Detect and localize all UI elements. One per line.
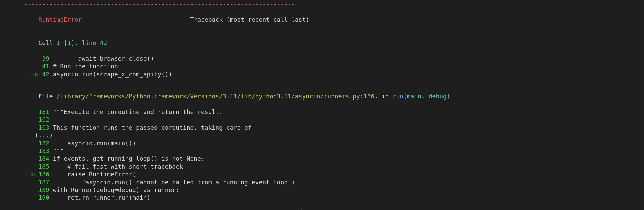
code-text: # Run the function (49, 63, 118, 70)
line-number: 39 (42, 55, 49, 62)
code-text: # fail fast with short traceback (49, 163, 183, 170)
cell-reference: In[1], line 42 (57, 39, 107, 46)
line-number: 161 (38, 108, 49, 115)
line-number: 189 (38, 186, 49, 193)
line-arrow (24, 163, 38, 170)
line-arrow: ---> (24, 71, 42, 78)
file-prefix: File (38, 93, 56, 100)
code-text: await browser.close() (49, 55, 154, 62)
line-arrow (24, 186, 38, 193)
code-text (49, 116, 53, 123)
file-func: run (392, 93, 403, 100)
line-number: 184 (38, 155, 49, 162)
code-line: (...) (24, 131, 631, 139)
code-line: 39 await browser.close() (24, 55, 631, 62)
code-line: 161 """Execute the coroutine and return … (24, 108, 631, 116)
arrow-icon (287, 208, 354, 210)
line-number: 162 (38, 116, 49, 123)
code-text: raise RuntimeError( (49, 171, 136, 178)
file-header: File /Library/Frameworks/Python.framewor… (24, 85, 631, 108)
code-line: 185 # fail fast with short traceback (24, 163, 631, 170)
code-line: 189 with Runner(debug=debug) as runner: (24, 186, 631, 194)
line-number: 42 (42, 71, 49, 78)
file-func-args: (main, debug) (403, 93, 450, 100)
line-arrow (24, 124, 38, 131)
line-arrow (24, 194, 38, 201)
cell-code-block: 39 await browser.close() 41 # Run the fu… (24, 55, 631, 78)
line-number: 183 (38, 147, 49, 154)
code-line: ---> 42 asyncio.run(scrape_x_com_apify()… (24, 70, 631, 78)
file-path: /Library/Frameworks/Python.framework/Ver… (57, 93, 375, 100)
line-arrow (24, 132, 35, 139)
code-line: 41 # Run the function (24, 62, 631, 70)
code-text: """ (49, 147, 64, 154)
code-text: This function runs the passed coroutine,… (49, 124, 252, 131)
line-arrow: --> (24, 171, 38, 178)
line-number: 185 (38, 163, 49, 170)
exception-class: RuntimeError (38, 16, 82, 23)
code-text: asyncio.run(scrape_x_com_apify()) (49, 71, 172, 78)
line-number: 187 (38, 179, 49, 186)
file-code-block: 161 """Execute the coroutine and return … (24, 108, 631, 202)
line-number: 182 (38, 140, 49, 147)
code-text: if events._get_running_loop() is not Non… (49, 155, 205, 162)
code-text: "asyncio.run() cannot be called from a r… (49, 179, 295, 186)
code-text: return runner.run(main) (49, 194, 150, 201)
code-line: --> 186 raise RuntimeError( (24, 170, 631, 178)
annotation-arrow (287, 208, 354, 210)
line-arrow (24, 147, 38, 154)
code-line: 187 "asyncio.run() cannot be called from… (24, 178, 631, 186)
line-number: 186 (38, 171, 49, 178)
code-text: asyncio.run(main()) (49, 140, 136, 147)
line-arrow (24, 63, 42, 70)
cell-header: Cell In[1], line 42 (24, 31, 631, 55)
line-arrow (24, 179, 38, 186)
error-header-line: RuntimeError Traceback (most recent call… (24, 8, 631, 31)
line-number: (...) (35, 132, 53, 139)
code-line: 182 asyncio.run(main()) (24, 139, 631, 147)
code-line: 190 return runner.run(main) (24, 194, 631, 201)
line-arrow (24, 140, 38, 147)
code-text: with Runner(debug=debug) as runner: (49, 186, 179, 193)
line-number: 190 (38, 194, 49, 201)
file-sep: , in (374, 93, 392, 100)
line-number: 163 (38, 124, 49, 131)
line-arrow (24, 116, 38, 123)
line-arrow (24, 108, 38, 115)
traceback-label: Traceback (most recent call last) (190, 16, 310, 23)
final-error-line: RuntimeError: asyncio.run() cannot be ca… (24, 208, 631, 210)
traceback-output: ----------------------------------------… (0, 0, 644, 210)
code-text: """Execute the coroutine and return the … (49, 108, 223, 115)
cell-prefix: Cell (38, 39, 56, 46)
code-line: 184 if events._get_running_loop() is not… (24, 155, 631, 162)
code-line: 162 (24, 116, 631, 123)
line-number: 41 (42, 63, 49, 70)
line-arrow (24, 155, 38, 162)
line-arrow (24, 55, 42, 62)
code-line: 183 """ (24, 147, 631, 155)
code-line: 163 This function runs the passed corout… (24, 124, 631, 131)
separator-line: ----------------------------------------… (24, 0, 631, 8)
